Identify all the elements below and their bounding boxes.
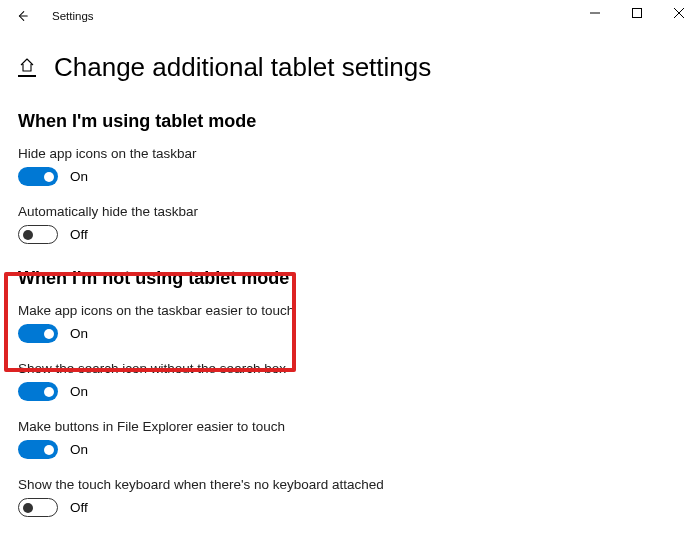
setting-label: Make buttons in File Explorer easier to … — [18, 419, 700, 434]
section-not-using: When I'm not using tablet mode Make app … — [18, 268, 700, 517]
toggle-easier-buttons[interactable] — [18, 440, 58, 459]
minimize-button[interactable] — [574, 0, 616, 26]
setting-search-icon: Show the search icon without the search … — [18, 361, 700, 401]
toggle-state: On — [70, 384, 88, 399]
toggle-state: On — [70, 326, 88, 341]
maximize-button[interactable] — [616, 0, 658, 26]
app-title: Settings — [52, 10, 94, 22]
setting-easier-icons: Make app icons on the taskbar easier to … — [18, 303, 700, 343]
setting-easier-buttons: Make buttons in File Explorer easier to … — [18, 419, 700, 459]
titlebar: Settings — [0, 0, 700, 32]
content: When I'm using tablet mode Hide app icon… — [0, 91, 700, 517]
toggle-state: On — [70, 442, 88, 457]
svg-rect-1 — [633, 9, 642, 18]
setting-hide-icons: Hide app icons on the taskbar On — [18, 146, 700, 186]
toggle-auto-hide[interactable] — [18, 225, 58, 244]
close-button[interactable] — [658, 0, 700, 26]
back-icon[interactable] — [14, 8, 30, 24]
section-heading-not-using: When I'm not using tablet mode — [18, 268, 700, 289]
toggle-state: On — [70, 169, 88, 184]
home-icon[interactable] — [18, 59, 36, 77]
section-heading-using: When I'm using tablet mode — [18, 111, 700, 132]
page-header: Change additional tablet settings — [0, 32, 700, 91]
setting-touch-keyboard: Show the touch keyboard when there's no … — [18, 477, 700, 517]
setting-label: Hide app icons on the taskbar — [18, 146, 700, 161]
setting-label: Automatically hide the taskbar — [18, 204, 700, 219]
setting-label: Make app icons on the taskbar easier to … — [18, 303, 700, 318]
toggle-state: Off — [70, 227, 88, 242]
page-title: Change additional tablet settings — [54, 52, 431, 83]
toggle-touch-keyboard[interactable] — [18, 498, 58, 517]
toggle-state: Off — [70, 500, 88, 515]
toggle-easier-icons[interactable] — [18, 324, 58, 343]
toggle-hide-icons[interactable] — [18, 167, 58, 186]
window-controls — [574, 0, 700, 26]
setting-label: Show the touch keyboard when there's no … — [18, 477, 700, 492]
setting-label: Show the search icon without the search … — [18, 361, 700, 376]
toggle-search-icon[interactable] — [18, 382, 58, 401]
setting-auto-hide: Automatically hide the taskbar Off — [18, 204, 700, 244]
section-using: When I'm using tablet mode Hide app icon… — [18, 111, 700, 244]
